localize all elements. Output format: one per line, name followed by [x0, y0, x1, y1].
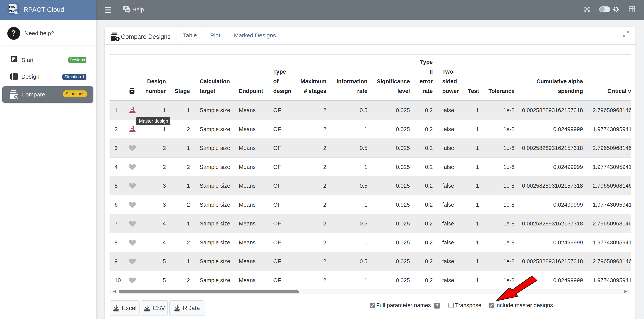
- svg-text:PACT: PACT: [9, 5, 17, 8]
- svg-text:?: ?: [12, 28, 16, 38]
- svg-text:Cloud: Cloud: [9, 9, 18, 13]
